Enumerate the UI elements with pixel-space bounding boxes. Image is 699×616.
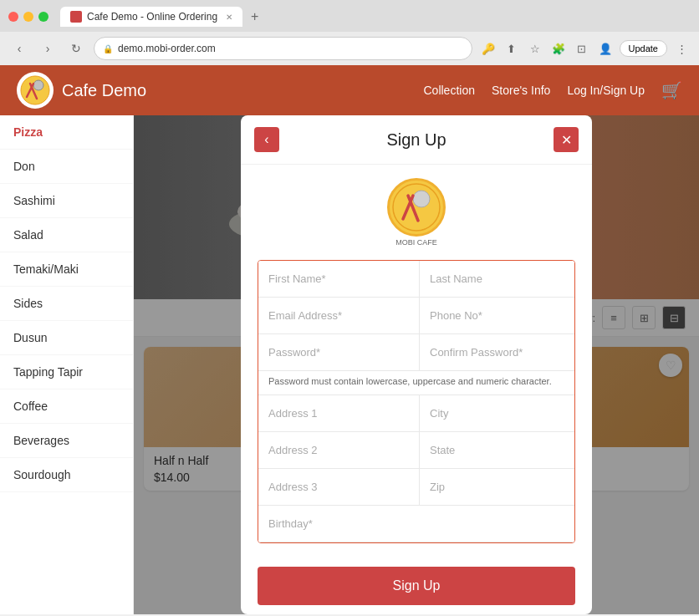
- modal-logo: [387, 178, 446, 237]
- menu-icon[interactable]: ⋮: [672, 39, 691, 58]
- address-bar[interactable]: 🔒 demo.mobi-order.com: [94, 37, 472, 60]
- svg-point-1: [33, 80, 43, 90]
- logo-area: Cafe Demo: [17, 72, 146, 109]
- sidebar-item-temaki[interactable]: Temaki/Maki: [0, 252, 133, 287]
- update-button[interactable]: Update: [620, 40, 667, 57]
- tab-close-icon[interactable]: ✕: [226, 13, 232, 22]
- first-name-input[interactable]: [258, 261, 420, 298]
- header-nav: Collection Store's Info Log In/Sign Up 🛒: [424, 80, 683, 100]
- modal-form: Password must contain lowercase, upperca…: [241, 253, 592, 557]
- browser-titlebar: Cafe Demo - Online Ordering ✕ +: [0, 0, 699, 32]
- app-content: Cafe Demo Collection Store's Info Log In…: [0, 65, 699, 614]
- extension-icon[interactable]: 🧩: [549, 39, 568, 58]
- nav-collection[interactable]: Collection: [424, 84, 475, 97]
- sidebar-item-sashimi[interactable]: Sashimi: [0, 184, 133, 218]
- app-header: Cafe Demo Collection Store's Info Log In…: [0, 65, 699, 115]
- password-hint: Password must contain lowercase, upperca…: [258, 371, 575, 395]
- browser-tab[interactable]: Cafe Demo - Online Ordering ✕: [60, 7, 242, 27]
- tab-favicon: [70, 11, 82, 23]
- nav-stores-info[interactable]: Store's Info: [492, 84, 550, 97]
- address1-input[interactable]: [258, 395, 420, 432]
- back-button[interactable]: ‹: [8, 38, 30, 59]
- sidebar-item-sides[interactable]: Sides: [0, 287, 133, 321]
- sidebar-icon[interactable]: ⊡: [573, 39, 591, 58]
- phone-input[interactable]: [420, 298, 575, 334]
- lock-icon: 🔒: [103, 44, 113, 53]
- sidebar-item-coffee[interactable]: Coffee: [0, 389, 133, 424]
- new-tab-icon[interactable]: +: [251, 9, 258, 24]
- modal-title: Sign Up: [279, 130, 554, 150]
- main-layout: Pizza Don Sashimi Salad Temaki/Maki Side…: [0, 115, 699, 614]
- nav-login-signup[interactable]: Log In/Sign Up: [567, 84, 645, 97]
- modal-header: ‹ Sign Up ✕: [241, 115, 592, 165]
- modal-close-button[interactable]: ✕: [554, 127, 579, 152]
- email-input[interactable]: [258, 298, 420, 334]
- form-grid: Password must contain lowercase, upperca…: [258, 260, 575, 543]
- key-icon[interactable]: 🔑: [479, 39, 497, 58]
- modal-logo-area: MOBI CAFE: [241, 165, 592, 253]
- sidebar-item-sourdough[interactable]: Sourdough: [0, 458, 133, 492]
- refresh-button[interactable]: ↻: [65, 38, 87, 59]
- sidebar: Pizza Don Sashimi Salad Temaki/Maki Side…: [0, 115, 134, 614]
- forward-button[interactable]: ›: [37, 38, 59, 59]
- birthday-input[interactable]: [258, 506, 575, 542]
- window-close-dot[interactable]: [8, 12, 18, 22]
- sidebar-item-don[interactable]: Don: [0, 150, 133, 184]
- profile-icon[interactable]: 👤: [596, 39, 615, 58]
- sidebar-item-beverages[interactable]: Beverages: [0, 424, 133, 458]
- tab-title: Cafe Demo - Online Ordering: [87, 11, 217, 23]
- sidebar-item-salad[interactable]: Salad: [0, 218, 133, 252]
- city-input[interactable]: [420, 395, 575, 432]
- svg-point-19: [393, 184, 440, 231]
- state-input[interactable]: [420, 432, 575, 469]
- share-icon[interactable]: ⬆: [503, 39, 521, 58]
- zip-input[interactable]: [420, 469, 575, 506]
- sidebar-item-tapping[interactable]: Tapping Tapir: [0, 355, 133, 389]
- app-name: Cafe Demo: [62, 81, 146, 100]
- app-logo: [17, 72, 54, 109]
- content-area: View: ≡ ⊞ ⊟: [134, 115, 699, 614]
- confirm-password-input[interactable]: [420, 334, 575, 371]
- address3-input[interactable]: [258, 469, 420, 506]
- address2-input[interactable]: [258, 432, 420, 469]
- toolbar-actions: 🔑 ⬆ ☆ 🧩 ⊡ 👤 Update ⋮: [479, 39, 691, 58]
- svg-point-0: [21, 76, 49, 104]
- cart-icon[interactable]: 🛒: [661, 80, 682, 100]
- signup-modal: ‹ Sign Up ✕: [241, 115, 592, 614]
- password-input[interactable]: [258, 334, 420, 371]
- last-name-input[interactable]: [420, 261, 575, 298]
- sidebar-item-dusun[interactable]: Dusun: [0, 321, 133, 355]
- svg-point-20: [413, 191, 430, 207]
- address-text: demo.mobi-order.com: [118, 43, 216, 54]
- window-maximize-dot[interactable]: [38, 12, 48, 22]
- browser-toolbar: ‹ › ↻ 🔒 demo.mobi-order.com 🔑 ⬆ ☆ 🧩 ⊡ 👤 …: [0, 32, 699, 65]
- bookmark-icon[interactable]: ☆: [526, 39, 544, 58]
- browser-chrome: Cafe Demo - Online Ordering ✕ + ‹ › ↻ 🔒 …: [0, 0, 699, 65]
- modal-overlay: ‹ Sign Up ✕: [134, 115, 699, 614]
- sidebar-item-pizza[interactable]: Pizza: [0, 115, 133, 150]
- modal-logo-text: MOBI CAFE: [395, 238, 437, 247]
- signup-button[interactable]: Sign Up: [258, 567, 575, 605]
- window-minimize-dot[interactable]: [23, 12, 33, 22]
- modal-back-button[interactable]: ‹: [254, 127, 279, 152]
